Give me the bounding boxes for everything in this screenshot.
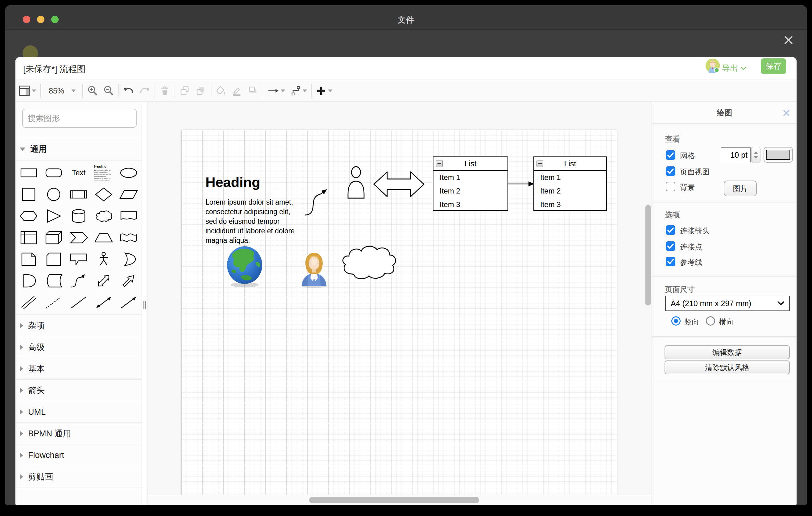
zoom-out-button[interactable] xyxy=(100,83,117,98)
shape-or[interactable] xyxy=(118,250,140,269)
sidebar-section-bpmn[interactable]: BPMN 通用 xyxy=(16,423,142,445)
shape-ellipse[interactable] xyxy=(118,163,140,182)
shape-trapezoid[interactable] xyxy=(93,228,114,247)
landscape-radio[interactable] xyxy=(706,316,715,325)
insert-button[interactable] xyxy=(314,83,335,98)
shape-circle[interactable] xyxy=(43,185,64,204)
background-image-button[interactable]: 图片 xyxy=(724,180,757,196)
list-item[interactable]: Item 2 xyxy=(534,184,606,198)
shape-and[interactable] xyxy=(18,271,39,290)
panel-close-icon[interactable] xyxy=(783,109,790,117)
sidebar-section-advanced[interactable]: 高级 xyxy=(16,336,142,358)
waypoint-style-button[interactable] xyxy=(288,83,310,98)
shape-line[interactable] xyxy=(68,293,89,312)
shape-text[interactable]: Text xyxy=(68,163,89,182)
list-item[interactable]: Item 3 xyxy=(534,198,606,211)
shape-cube[interactable] xyxy=(43,228,64,247)
shape-actor[interactable] xyxy=(93,250,114,269)
stepper-up-icon[interactable] xyxy=(753,151,758,154)
page-view-checkbox[interactable] xyxy=(666,166,675,176)
list-item[interactable]: Item 1 xyxy=(433,171,508,184)
zoom-level-button[interactable]: 85% xyxy=(42,83,81,98)
sidebar-section-flowchart[interactable]: Flowchart xyxy=(16,445,142,466)
shape-data-storage[interactable] xyxy=(43,271,64,290)
shape-parallelogram[interactable] xyxy=(118,185,140,204)
portrait-radio[interactable] xyxy=(671,316,680,325)
cloud-shape[interactable] xyxy=(339,243,398,283)
shape-cylinder[interactable] xyxy=(68,206,89,226)
clear-default-style-button[interactable]: 清除默认风格 xyxy=(665,361,790,374)
to-back-button[interactable] xyxy=(193,83,209,98)
sidebar-resize-gutter[interactable] xyxy=(142,102,147,505)
globe-clipart[interactable] xyxy=(225,246,264,288)
undo-button[interactable] xyxy=(121,83,137,98)
fill-color-button[interactable] xyxy=(213,83,229,98)
drawing-page[interactable]: Heading Lorem ipsum dolor sit amet, cons… xyxy=(181,130,617,495)
export-button[interactable]: 导出 xyxy=(722,61,747,76)
line-color-button[interactable] xyxy=(229,83,245,98)
shape-document[interactable] xyxy=(118,206,140,226)
grid-size-stepper[interactable] xyxy=(751,147,760,163)
canvas-heading-text[interactable]: Heading xyxy=(205,174,260,191)
canvas-paragraph-text[interactable]: Lorem ipsum dolor sit amet, consectetur … xyxy=(205,198,299,245)
list-shape[interactable]: List Item 1 Item 2 Item 3 xyxy=(433,156,508,211)
shape-bidirectional-arrow[interactable] xyxy=(93,271,114,290)
shape-rounded-rectangle[interactable] xyxy=(43,163,64,182)
delete-button[interactable] xyxy=(157,83,173,98)
shape-step[interactable] xyxy=(68,228,89,247)
horizontal-scrollbar[interactable] xyxy=(309,497,479,503)
save-button[interactable]: 保存 xyxy=(761,58,786,74)
shape-diamond[interactable] xyxy=(93,185,114,204)
diagram-canvas[interactable]: Heading Lorem ipsum dolor sit amet, cons… xyxy=(147,102,651,495)
shape-process[interactable] xyxy=(68,185,89,204)
vertical-scrollbar[interactable] xyxy=(645,205,651,306)
shape-triangle[interactable] xyxy=(43,206,64,226)
connection-points-checkbox[interactable] xyxy=(666,241,675,251)
to-front-button[interactable] xyxy=(177,83,193,98)
stepper-down-icon[interactable] xyxy=(753,156,758,159)
edit-data-button[interactable]: 编辑数据 xyxy=(665,345,790,359)
page-size-select[interactable]: A4 (210 mm x 297 mm) xyxy=(665,296,790,311)
shape-cloud[interactable] xyxy=(93,206,114,226)
sidebar-section-arrows[interactable]: 箭头 xyxy=(16,380,142,401)
shape-dotted-line[interactable] xyxy=(43,293,64,312)
shape-rectangle[interactable] xyxy=(18,163,39,182)
shape-bidirectional-connector[interactable] xyxy=(93,293,114,312)
collapse-icon[interactable] xyxy=(436,160,443,167)
zoom-in-button[interactable] xyxy=(85,83,100,98)
shape-callout[interactable] xyxy=(68,250,89,269)
gutter-handle-icon[interactable] xyxy=(143,301,146,309)
shape-square[interactable] xyxy=(18,185,39,204)
user-avatar[interactable] xyxy=(705,59,720,73)
background-checkbox[interactable] xyxy=(666,182,675,191)
shape-arrow[interactable] xyxy=(118,271,140,290)
shape-note[interactable] xyxy=(18,250,39,269)
grid-color-swatch[interactable] xyxy=(763,147,793,163)
shape-card[interactable] xyxy=(43,250,64,269)
connection-style-button[interactable] xyxy=(265,83,288,98)
shape-hexagon[interactable] xyxy=(18,206,39,226)
shadow-button[interactable] xyxy=(245,83,261,98)
list-item[interactable]: Item 3 xyxy=(433,198,508,211)
person-shape[interactable] xyxy=(346,166,366,199)
curved-arrow-shape[interactable] xyxy=(303,184,331,217)
list-item[interactable]: Item 2 xyxy=(433,184,508,198)
sidebar-section-general[interactable]: 通用 xyxy=(16,138,142,160)
double-arrow-shape[interactable] xyxy=(373,166,425,203)
guides-checkbox[interactable] xyxy=(666,257,675,266)
close-icon[interactable] xyxy=(784,35,793,45)
shape-textbox[interactable]: Heading Lorem ipsum dolor sit amet, cons… xyxy=(93,163,114,182)
view-format-button[interactable] xyxy=(16,83,38,98)
woman-clipart[interactable] xyxy=(299,250,329,288)
shape-tape[interactable] xyxy=(118,228,140,247)
list-shape[interactable]: List Item 1 Item 2 Item 3 xyxy=(533,156,607,211)
connector-arrow[interactable] xyxy=(508,179,534,189)
grid-size-input[interactable] xyxy=(721,147,751,162)
sidebar-section-basic[interactable]: 基本 xyxy=(16,358,142,380)
sidebar-section-clipart[interactable]: 剪贴画 xyxy=(16,466,142,488)
sidebar-section-uml[interactable]: UML xyxy=(16,401,142,423)
shape-internal-storage[interactable] xyxy=(18,228,39,247)
shape-directional-connector[interactable] xyxy=(118,293,140,312)
search-input[interactable] xyxy=(28,114,131,123)
collapse-icon[interactable] xyxy=(536,160,543,167)
